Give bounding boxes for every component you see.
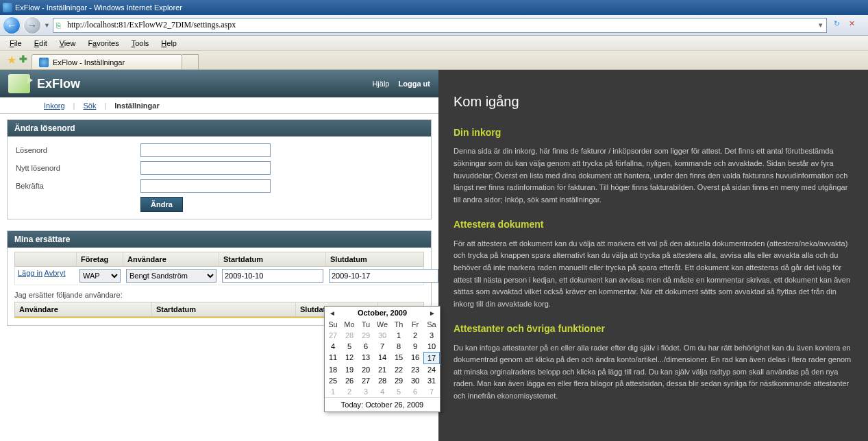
calendar-grid: SuMoTuWeThFrSa27282930123456789101112131… xyxy=(325,319,440,397)
change-button[interactable]: Ändra xyxy=(140,197,183,212)
menu-file[interactable]: File xyxy=(4,38,27,49)
menu-tools[interactable]: Tools xyxy=(126,38,155,49)
menu-edit[interactable]: Edit xyxy=(29,38,53,49)
cal-day[interactable]: 6 xyxy=(407,386,423,397)
refresh-icon[interactable]: ↻ xyxy=(834,19,846,32)
help-s1-title: Din inkorg xyxy=(454,125,854,140)
add-favorite-icon[interactable]: ✚ xyxy=(19,53,27,67)
cal-day[interactable]: 2 xyxy=(341,386,358,397)
menu-favorites[interactable]: Favorites xyxy=(82,38,124,49)
cal-day[interactable]: 12 xyxy=(341,352,358,364)
cal-day[interactable]: 26 xyxy=(341,375,358,386)
address-bar[interactable]: ⎘ ▾ xyxy=(53,18,827,33)
cal-day[interactable]: 30 xyxy=(407,375,423,386)
cal-day[interactable]: 3 xyxy=(358,386,374,397)
stop-icon[interactable]: ✕ xyxy=(849,19,861,32)
cal-day[interactable]: 28 xyxy=(374,375,390,386)
cal-day[interactable]: 1 xyxy=(325,386,341,397)
cal-day[interactable]: 27 xyxy=(358,375,374,386)
cal-day[interactable]: 21 xyxy=(374,364,390,375)
page-icon: ⎘ xyxy=(53,21,64,29)
app-logo-icon xyxy=(8,74,30,93)
app-header: ExFlow Hjälp Logga ut xyxy=(0,70,438,97)
cal-prev-icon[interactable]: ◄ xyxy=(329,309,336,317)
cal-day[interactable]: 3 xyxy=(423,330,440,341)
back-button[interactable]: ← xyxy=(3,16,21,34)
cal-day[interactable]: 27 xyxy=(325,330,341,341)
cal-day[interactable]: 7 xyxy=(374,341,390,352)
nav-sok[interactable]: Sök xyxy=(77,102,101,110)
label-new-password: Nytt lösenord xyxy=(16,164,140,172)
favorites-icon[interactable]: ★ xyxy=(7,53,16,67)
help-s2-title: Attestera dokument xyxy=(454,217,854,232)
cal-day[interactable]: 6 xyxy=(358,341,374,352)
ie-titlebar: ExFlow - Inställningar - Windows Interne… xyxy=(0,0,868,15)
ie-navbar: ← → ▼ ⎘ ▾ ↻ ✕ xyxy=(0,15,868,36)
forward-button[interactable]: → xyxy=(23,16,41,34)
cal-day[interactable]: 20 xyxy=(358,364,374,375)
browser-tab[interactable]: ExFlow - Inställningar xyxy=(32,54,182,69)
logout-link[interactable]: Logga ut xyxy=(399,80,430,88)
add-link[interactable]: Lägg in xyxy=(18,269,42,277)
cal-day[interactable]: 7 xyxy=(423,386,440,397)
cal-day[interactable]: 30 xyxy=(374,330,390,341)
cal-day[interactable]: 24 xyxy=(423,364,440,375)
input-password[interactable] xyxy=(140,143,271,157)
input-new-password[interactable] xyxy=(140,161,271,175)
menu-view[interactable]: View xyxy=(54,38,82,49)
cal-day[interactable]: 29 xyxy=(358,330,374,341)
nav-dropdown-icon[interactable]: ▼ xyxy=(44,22,50,29)
cal-day[interactable]: 10 xyxy=(423,341,440,352)
col2-start: Startdatum xyxy=(152,302,296,316)
new-tab-button[interactable] xyxy=(182,54,199,69)
tab-title: ExFlow - Inställningar xyxy=(53,58,125,67)
cal-day[interactable]: 19 xyxy=(341,364,358,375)
cal-day[interactable]: 28 xyxy=(341,330,358,341)
nav-installningar[interactable]: Inställningar xyxy=(109,102,164,110)
cal-day[interactable]: 16 xyxy=(407,352,423,364)
cal-day[interactable]: 9 xyxy=(407,341,423,352)
cal-day[interactable]: 14 xyxy=(374,352,390,364)
cal-day[interactable]: 13 xyxy=(358,352,374,364)
cal-title: October, 2009 xyxy=(358,309,407,317)
menu-help[interactable]: Help xyxy=(156,38,182,49)
cal-day[interactable]: 29 xyxy=(390,375,407,386)
nav-inkorg[interactable]: Inkorg xyxy=(38,102,71,110)
cal-day[interactable]: 23 xyxy=(407,364,423,375)
cal-day[interactable]: 31 xyxy=(423,375,440,386)
user-select[interactable]: Bengt Sandström xyxy=(126,269,216,283)
input-confirm[interactable] xyxy=(140,179,271,193)
ie-menubar: File Edit View Favorites Tools Help xyxy=(0,36,868,51)
tab-page-icon xyxy=(39,58,49,67)
cal-day[interactable]: 1 xyxy=(390,330,407,341)
end-date-input[interactable] xyxy=(329,269,438,283)
label-confirm: Bekräfta xyxy=(16,182,140,190)
cancel-link[interactable]: Avbryt xyxy=(45,269,66,277)
cal-day[interactable]: 15 xyxy=(390,352,407,364)
cal-footer[interactable]: Today: October 26, 2009 xyxy=(325,397,440,412)
start-date-input[interactable] xyxy=(222,269,323,283)
cal-day[interactable]: 5 xyxy=(390,386,407,397)
help-link[interactable]: Hjälp xyxy=(372,80,389,88)
date-picker[interactable]: ◄ October, 2009 ► SuMoTuWeThFrSa27282930… xyxy=(324,306,441,412)
grid-edit-row: Lägg in Avbryt WAP Bengt Sandström xyxy=(14,267,424,285)
help-s3-title: Attestanter och övriga funktioner xyxy=(454,321,854,336)
cal-day[interactable]: 22 xyxy=(390,364,407,375)
subtext: Jag ersätter följande användare: xyxy=(14,285,424,302)
app-title: ExFlow xyxy=(37,77,365,91)
cal-day[interactable]: 5 xyxy=(341,341,358,352)
cal-day[interactable]: 4 xyxy=(325,341,341,352)
help-s1-text: Denna sida är din inkorg, här finns de f… xyxy=(454,145,854,206)
url-dropdown-icon[interactable]: ▾ xyxy=(815,21,826,29)
cal-day[interactable]: 25 xyxy=(325,375,341,386)
url-input[interactable] xyxy=(64,19,815,32)
cal-day[interactable]: 11 xyxy=(325,352,341,364)
cal-day[interactable]: 8 xyxy=(390,341,407,352)
cal-day[interactable]: 2 xyxy=(407,330,423,341)
label-password: Lösenord xyxy=(16,146,140,154)
cal-day[interactable]: 4 xyxy=(374,386,390,397)
cal-day[interactable]: 18 xyxy=(325,364,341,375)
company-select[interactable]: WAP xyxy=(79,269,121,283)
cal-day[interactable]: 17 xyxy=(423,352,440,364)
cal-next-icon[interactable]: ► xyxy=(429,309,436,317)
